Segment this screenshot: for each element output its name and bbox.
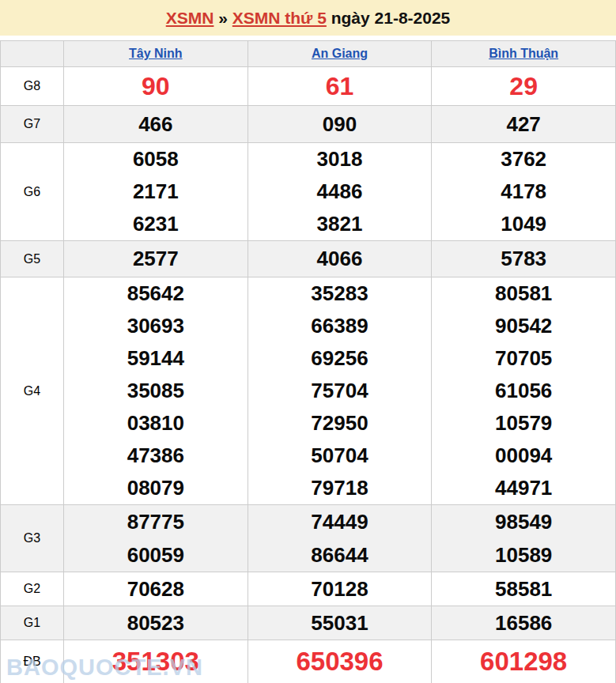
result-number: 601298 (432, 640, 615, 683)
binh-thuan-link[interactable]: Bình Thuận (489, 47, 558, 60)
tay-ninh-link[interactable]: Tây Ninh (129, 47, 183, 60)
result-number: 58581 (432, 572, 615, 606)
result-cell: 70128 (248, 572, 432, 606)
prize-label: G3 (1, 505, 64, 572)
result-cell: 5783 (432, 241, 616, 277)
result-number: 2577 (64, 241, 248, 277)
result-cell: 376241781049 (432, 143, 616, 241)
result-number: 10579 (432, 407, 615, 440)
prize-row-DB: ĐB351303650396601298 (1, 640, 616, 683)
prize-row-G3: G3877756005974449866449854910589 (1, 505, 616, 572)
result-number: 30693 (64, 310, 248, 342)
result-cell: 8777560059 (64, 505, 248, 572)
result-number: 3762 (432, 143, 615, 175)
result-number: 44971 (432, 472, 615, 504)
prize-label: G1 (1, 606, 64, 640)
table-header-row: Tây Ninh An Giang Bình Thuận (1, 41, 616, 67)
result-number: 16586 (432, 606, 615, 640)
prize-row-G7: G7466090427 (1, 106, 616, 143)
result-number: 427 (432, 106, 615, 142)
prize-label: G2 (1, 572, 64, 606)
result-cell: 58581 (432, 572, 616, 606)
result-cell: 650396 (248, 640, 432, 683)
result-number: 4066 (248, 241, 432, 277)
result-number: 72950 (248, 407, 432, 440)
result-number: 70628 (64, 572, 248, 606)
result-number: 80523 (64, 606, 248, 640)
result-number: 98549 (432, 505, 615, 538)
result-number: 6231 (64, 208, 248, 240)
xsmn-thu5-link[interactable]: XSMN thứ 5 (232, 9, 327, 27)
result-number: 6058 (64, 143, 248, 175)
result-number: 5783 (432, 241, 615, 277)
result-number: 55031 (248, 606, 432, 640)
result-number: 66389 (248, 310, 432, 342)
prize-row-G5: G5257740665783 (1, 241, 616, 277)
result-cell: 80581905427070561056105790009444971 (432, 277, 616, 505)
result-number: 75704 (248, 375, 432, 407)
result-cell: 427 (432, 106, 616, 143)
prize-column-header (1, 41, 64, 67)
result-number: 61056 (432, 375, 615, 407)
prize-row-G1: G1805235503116586 (1, 606, 616, 640)
result-cell: 70628 (64, 572, 248, 606)
result-number: 70705 (432, 342, 615, 375)
result-number: 29 (432, 67, 615, 105)
prize-label: G7 (1, 106, 64, 143)
result-cell: 61 (248, 67, 432, 106)
result-cell: 90 (64, 67, 248, 106)
result-number: 2171 (64, 175, 248, 208)
result-number: 61 (248, 67, 432, 105)
result-number: 74449 (248, 505, 432, 538)
result-number: 90542 (432, 310, 615, 342)
result-number: 3821 (248, 208, 432, 240)
result-number: 08079 (64, 472, 248, 504)
result-cell: 601298 (432, 640, 616, 683)
page-title: XSMN » XSMN thứ 5 ngày 21-8-2025 (0, 0, 616, 36)
result-cell: 35283663896925675704729505070479718 (248, 277, 432, 505)
results-tbody: G8906129G7466090427G66058217162313018448… (1, 67, 616, 683)
result-number: 50704 (248, 440, 432, 472)
result-number: 466 (64, 106, 248, 142)
result-number: 85642 (64, 277, 248, 310)
result-cell: 7444986644 (248, 505, 432, 572)
result-number: 70128 (248, 572, 432, 606)
prize-label: ĐB (1, 640, 64, 683)
result-number: 47386 (64, 440, 248, 472)
result-number: 650396 (248, 640, 432, 683)
result-cell: 85642306935914435085038104738608079 (64, 277, 248, 505)
result-cell: 4066 (248, 241, 432, 277)
column-header-tay-ninh: Tây Ninh (64, 41, 248, 67)
result-cell: 466 (64, 106, 248, 143)
result-number: 60059 (64, 538, 248, 572)
result-number: 80581 (432, 277, 615, 310)
result-cell: 55031 (248, 606, 432, 640)
result-cell: 090 (248, 106, 432, 143)
result-number: 090 (248, 106, 432, 142)
result-cell: 9854910589 (432, 505, 616, 572)
result-cell: 301844863821 (248, 143, 432, 241)
result-cell: 351303 (64, 640, 248, 683)
prize-label: G4 (1, 277, 64, 505)
draw-date-text: ngày 21-8-2025 (331, 9, 451, 27)
result-cell: 16586 (432, 606, 616, 640)
result-number: 1049 (432, 208, 615, 240)
result-number: 4486 (248, 175, 432, 208)
result-cell: 2577 (64, 241, 248, 277)
column-header-an-giang: An Giang (248, 41, 432, 67)
an-giang-link[interactable]: An Giang (312, 47, 368, 60)
result-number: 79718 (248, 472, 432, 504)
xsmn-link[interactable]: XSMN (166, 9, 214, 27)
prize-row-G4: G485642306935914435085038104738608079352… (1, 277, 616, 505)
result-number: 69256 (248, 342, 432, 375)
result-number: 10589 (432, 538, 615, 572)
result-number: 35085 (64, 375, 248, 407)
prize-label: G8 (1, 67, 64, 106)
prize-row-G2: G2706287012858581 (1, 572, 616, 606)
result-number: 90 (64, 67, 248, 105)
prize-label: G5 (1, 241, 64, 277)
result-number: 351303 (64, 640, 248, 683)
result-number: 4178 (432, 175, 615, 208)
result-cell: 605821716231 (64, 143, 248, 241)
result-number: 35283 (248, 277, 432, 310)
